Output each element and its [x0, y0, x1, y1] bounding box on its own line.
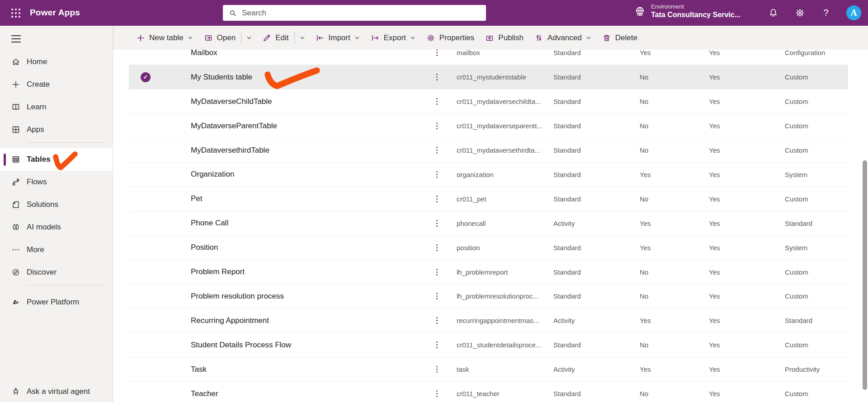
row-name-cell[interactable]: Student Details Process Flow — [191, 333, 291, 357]
row-type-cell: Activity — [553, 309, 575, 332]
sidebar: Home Create Learn — [0, 26, 113, 402]
sidebar-item-learn[interactable]: Learn — [0, 96, 113, 118]
row-selected-check-icon[interactable]: ✓ — [141, 72, 151, 82]
row-commands-kebab-icon[interactable] — [433, 211, 440, 235]
sidebar-item-apps[interactable]: Apps — [0, 118, 113, 141]
app-title[interactable]: Power Apps — [30, 8, 80, 18]
row-category-cell: Custom — [785, 187, 808, 211]
environment-picker[interactable]: Environment Tata Consultancy Servic... — [634, 3, 741, 19]
advanced-button[interactable]: Advanced — [529, 26, 597, 50]
row-commands-kebab-icon[interactable] — [433, 114, 440, 138]
delete-button[interactable]: Delete — [597, 26, 643, 50]
row-managed-cell: No — [640, 187, 648, 211]
plus-icon — [11, 80, 20, 89]
row-name-cell[interactable]: Problem Report — [191, 260, 245, 284]
row-type-cell: Standard — [553, 114, 581, 138]
pencil-icon — [262, 33, 271, 42]
table-row[interactable]: TasktaskActivityYesYesProductivity — [129, 357, 848, 382]
table-row[interactable]: Petcr011_petStandardNoYesCustom — [129, 187, 848, 211]
sidebar-item-more[interactable]: More — [0, 238, 113, 261]
table-row[interactable]: ✓My Students tablecr011_mystudentstableS… — [129, 65, 848, 89]
row-name-cell[interactable]: My Students table — [191, 65, 252, 89]
sidebar-item-flows[interactable]: Flows — [0, 171, 113, 193]
row-name-cell[interactable]: Task — [191, 357, 207, 381]
row-managed-cell: No — [640, 114, 648, 138]
publish-button[interactable]: Publish — [480, 26, 529, 50]
row-managed-cell: No — [640, 382, 648, 402]
table-row[interactable]: Problem resolution processlh_problemreso… — [129, 285, 848, 309]
table-row[interactable]: Teachercr011_teacherStandardNoYesCustom — [129, 382, 848, 402]
table-row[interactable]: Recurring Appointmentrecurringappointmen… — [129, 309, 848, 333]
waffle-menu-icon[interactable] — [6, 6, 26, 20]
open-dropdown-chevron[interactable] — [241, 26, 257, 50]
book-icon — [11, 103, 20, 112]
topbar-search-input[interactable]: Search — [223, 5, 486, 21]
help-icon[interactable]: ? — [819, 6, 833, 19]
row-type-cell: Standard — [553, 163, 581, 187]
sidebar-item-create[interactable]: Create — [0, 73, 113, 96]
table-row[interactable]: MyDataversethirdTablecr011_mydataverseth… — [129, 138, 848, 163]
sidebar-divider — [28, 285, 105, 285]
avatar[interactable]: A — [846, 5, 861, 20]
row-commands-kebab-icon[interactable] — [433, 89, 440, 113]
row-name-cell[interactable]: MyDataverseChildTable — [191, 89, 272, 113]
table-row[interactable]: Student Details Process Flowcr011_studen… — [129, 333, 848, 357]
notifications-bell-icon[interactable] — [766, 6, 780, 19]
row-commands-kebab-icon[interactable] — [433, 309, 440, 332]
sidebar-item-solutions[interactable]: Solutions — [0, 193, 113, 216]
sidebar-item-power-platform[interactable]: Power Platform — [0, 291, 113, 313]
row-name-cell[interactable]: MyDataversethirdTable — [191, 138, 269, 162]
export-button[interactable]: Export — [365, 26, 421, 50]
row-managed-cell: No — [640, 65, 648, 89]
row-commands-kebab-icon[interactable] — [433, 50, 440, 65]
row-commands-kebab-icon[interactable] — [433, 187, 440, 211]
row-logical-cell: cr011_studentdetailsproce... — [457, 333, 541, 357]
row-commands-kebab-icon[interactable] — [433, 382, 440, 402]
row-name-cell[interactable]: MyDataverseParentTable — [191, 114, 277, 138]
row-type-cell: Standard — [553, 382, 581, 402]
sidebar-item-ask-virtual-agent[interactable]: Ask a virtual agent — [0, 381, 113, 402]
row-logical-cell: cr011_teacher — [457, 382, 500, 402]
row-name-cell[interactable]: Pet — [191, 187, 203, 211]
row-name-cell[interactable]: Recurring Appointment — [191, 309, 269, 332]
row-commands-kebab-icon[interactable] — [433, 163, 440, 187]
table-row[interactable]: MyDataverseChildTablecr011_mydataversech… — [129, 89, 848, 114]
sidebar-item-home[interactable]: Home — [0, 51, 113, 73]
sidebar-item-discover[interactable]: Discover — [0, 261, 113, 284]
row-managed-cell: No — [640, 285, 648, 309]
row-commands-kebab-icon[interactable] — [433, 260, 440, 284]
table-row[interactable]: PositionpositionStandardYesYesSystem — [129, 236, 848, 260]
table-row[interactable]: Phone CallphonecallActivityYesYesStandar… — [129, 211, 848, 236]
table-row[interactable]: OrganizationorganizationStandardYesYesSy… — [129, 163, 848, 187]
sidebar-item-tables[interactable]: Tables — [0, 148, 113, 171]
vertical-scrollbar[interactable] — [863, 160, 867, 390]
row-commands-kebab-icon[interactable] — [433, 65, 440, 89]
row-name-cell[interactable]: Position — [191, 236, 218, 260]
hamburger-menu-icon[interactable] — [11, 35, 21, 42]
row-name-cell[interactable]: Phone Call — [191, 211, 228, 235]
edit-dropdown-chevron[interactable] — [295, 26, 310, 50]
properties-button[interactable]: Properties — [421, 26, 480, 50]
row-customizable-cell: Yes — [709, 260, 720, 284]
apps-icon — [11, 125, 20, 134]
table-row[interactable]: MailboxmailboxStandardYesYesConfiguratio… — [129, 50, 848, 65]
open-button[interactable]: Open — [198, 26, 241, 50]
row-commands-kebab-icon[interactable] — [433, 236, 440, 260]
import-button[interactable]: Import — [310, 26, 365, 50]
row-name-cell[interactable]: Mailbox — [191, 50, 217, 65]
row-name-cell[interactable]: Teacher — [191, 382, 218, 402]
row-name-cell[interactable]: Problem resolution process — [191, 285, 284, 309]
row-managed-cell: Yes — [640, 236, 651, 260]
row-commands-kebab-icon[interactable] — [433, 357, 440, 381]
edit-button[interactable]: Edit — [257, 26, 294, 50]
table-row[interactable]: MyDataverseParentTablecr011_mydataversep… — [129, 114, 848, 138]
sidebar-item-ai-models[interactable]: AI models — [0, 216, 113, 238]
settings-gear-icon[interactable] — [793, 6, 807, 19]
row-commands-kebab-icon[interactable] — [433, 285, 440, 309]
chevron-down-icon — [586, 35, 591, 41]
row-commands-kebab-icon[interactable] — [433, 333, 440, 357]
row-commands-kebab-icon[interactable] — [433, 138, 440, 162]
new-table-button[interactable]: New table — [131, 26, 198, 50]
row-name-cell[interactable]: Organization — [191, 163, 234, 187]
table-row[interactable]: Problem Reportlh_problemreportStandardNo… — [129, 260, 848, 285]
